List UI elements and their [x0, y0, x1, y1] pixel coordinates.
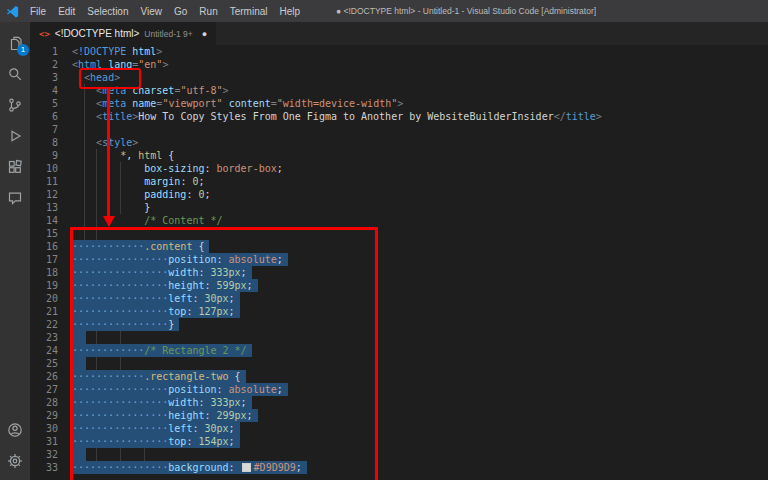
code-line[interactable]: 6 <title>How To Copy Styles From One Fig…: [30, 110, 768, 123]
line-number[interactable]: 7: [30, 123, 72, 136]
code-line[interactable]: 9 *, html {: [30, 149, 768, 162]
line-number[interactable]: 26: [30, 370, 72, 383]
menu-selection[interactable]: Selection: [81, 0, 134, 22]
line-number[interactable]: 24: [30, 344, 72, 357]
annotation-box-head: [79, 68, 141, 89]
line-number[interactable]: 28: [30, 396, 72, 409]
line-number[interactable]: 31: [30, 435, 72, 448]
line-number[interactable]: 19: [30, 279, 72, 292]
line-content: <title>How To Copy Styles From One Figma…: [72, 110, 602, 123]
code-line[interactable]: 5 <meta name="viewport" content="width=d…: [30, 97, 768, 110]
code-line[interactable]: 10 box-sizing: border-box;: [30, 162, 768, 175]
explorer-badge: 1: [17, 44, 29, 56]
line-number[interactable]: 30: [30, 422, 72, 435]
menu-run[interactable]: Run: [193, 0, 223, 22]
modified-dot[interactable]: ●: [202, 29, 207, 39]
line-number[interactable]: 14: [30, 214, 72, 227]
settings-gear-icon[interactable]: [0, 445, 30, 476]
line-content: padding: 0;: [72, 188, 211, 201]
line-content: margin: 0;: [72, 175, 204, 188]
line-number[interactable]: 20: [30, 292, 72, 305]
html-file-icon: <>: [39, 29, 50, 39]
line-number[interactable]: 4: [30, 84, 72, 97]
line-number[interactable]: 15: [30, 227, 72, 240]
annotation-arrow-line: [107, 87, 110, 216]
line-number[interactable]: 9: [30, 149, 72, 162]
line-number[interactable]: 25: [30, 357, 72, 370]
explorer-icon[interactable]: 1: [0, 27, 30, 58]
annotation-box-selection: [70, 227, 378, 480]
line-number[interactable]: 32: [30, 448, 72, 461]
code-line[interactable]: 1<!DOCTYPE html>: [30, 45, 768, 58]
code-line[interactable]: 7: [30, 123, 768, 136]
activity-bar: 1: [0, 22, 30, 480]
vscode-logo-icon[interactable]: [0, 0, 24, 22]
line-number[interactable]: 17: [30, 253, 72, 266]
menu-terminal[interactable]: Terminal: [224, 0, 274, 22]
line-number[interactable]: 21: [30, 305, 72, 318]
line-number[interactable]: 3: [30, 71, 72, 84]
line-number[interactable]: 22: [30, 318, 72, 331]
activity-bar-bottom: [0, 414, 30, 480]
tab-label: <!DOCTYPE html>: [55, 28, 139, 39]
tab-untitled-1[interactable]: <> <!DOCTYPE html> Untitled-1 9+ ●: [30, 22, 216, 45]
line-number[interactable]: 12: [30, 188, 72, 201]
line-content: <style>: [72, 136, 138, 149]
window-title: ● <!DOCTYPE html> - Untitled-1 - Visual …: [336, 0, 596, 22]
vscode-window: FileEditSelectionViewGoRunTerminalHelp ●…: [0, 0, 768, 480]
line-content: box-sizing: border-box;: [72, 162, 283, 175]
line-number[interactable]: 1: [30, 45, 72, 58]
line-number[interactable]: 29: [30, 409, 72, 422]
run-debug-icon[interactable]: [0, 120, 30, 151]
tab-bar: <> <!DOCTYPE html> Untitled-1 9+ ●: [30, 22, 768, 45]
line-number[interactable]: 2: [30, 58, 72, 71]
search-icon[interactable]: [0, 58, 30, 89]
menu-go[interactable]: Go: [168, 0, 193, 22]
line-number[interactable]: 23: [30, 331, 72, 344]
line-number[interactable]: 16: [30, 240, 72, 253]
tab-description: Untitled-1 9+: [144, 29, 192, 39]
line-number[interactable]: 10: [30, 162, 72, 175]
menu-view[interactable]: View: [135, 0, 169, 22]
extensions-icon[interactable]: [0, 151, 30, 182]
line-number[interactable]: 8: [30, 136, 72, 149]
code-line[interactable]: 12 padding: 0;: [30, 188, 768, 201]
code-line[interactable]: 11 margin: 0;: [30, 175, 768, 188]
line-content: *, html {: [72, 149, 174, 162]
line-content: /* Content */: [72, 214, 223, 227]
line-number[interactable]: 13: [30, 201, 72, 214]
line-number[interactable]: 6: [30, 110, 72, 123]
code-line[interactable]: 8 <style>: [30, 136, 768, 149]
editor[interactable]: 1<!DOCTYPE html>2<html lang="en">3 <head…: [30, 45, 768, 480]
account-icon[interactable]: [0, 414, 30, 445]
code-line[interactable]: 13 }: [30, 201, 768, 214]
menu-file[interactable]: File: [24, 0, 52, 22]
chat-icon[interactable]: [0, 182, 30, 213]
line-content: <!DOCTYPE html>: [72, 45, 162, 58]
line-number[interactable]: 27: [30, 383, 72, 396]
line-number[interactable]: 11: [30, 175, 72, 188]
menu-help[interactable]: Help: [274, 0, 307, 22]
line-number[interactable]: 33: [30, 461, 72, 474]
source-control-icon[interactable]: [0, 89, 30, 120]
line-content: <meta name="viewport" content="width=dev…: [72, 97, 403, 110]
menu-bar: FileEditSelectionViewGoRunTerminalHelp: [24, 0, 306, 22]
line-content: }: [72, 201, 150, 214]
annotation-arrow-head: [103, 216, 115, 227]
code-line[interactable]: 14 /* Content */: [30, 214, 768, 227]
line-number[interactable]: 18: [30, 266, 72, 279]
line-number[interactable]: 5: [30, 97, 72, 110]
menu-edit[interactable]: Edit: [52, 0, 81, 22]
title-bar: FileEditSelectionViewGoRunTerminalHelp ●…: [0, 0, 768, 22]
